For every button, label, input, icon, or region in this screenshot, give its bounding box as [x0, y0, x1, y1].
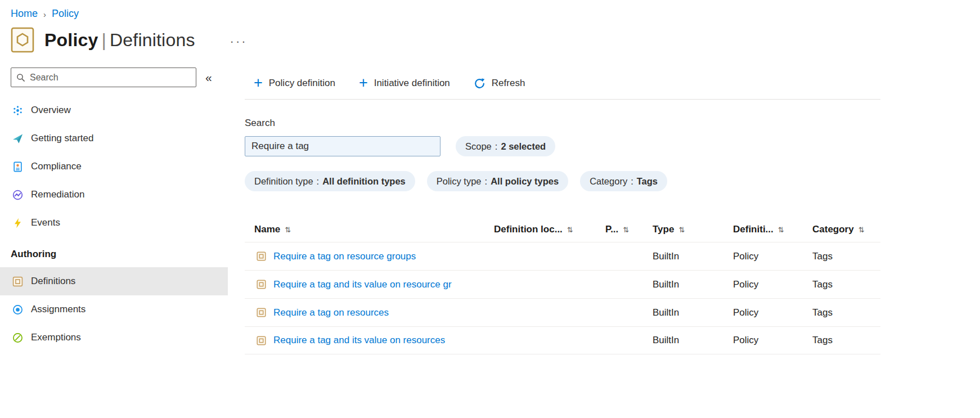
pill-value: 2 selected: [501, 141, 546, 152]
name-cell: Require a tag and its value on resource …: [245, 279, 494, 290]
category-cell: Tags: [812, 279, 880, 290]
chevron-right-icon: ›: [43, 8, 46, 19]
scope-filter-pill[interactable]: Scope : 2 selected: [456, 136, 555, 156]
main-content: + Policy definition + Initiative definit…: [228, 68, 980, 354]
table-row: Require a tag on resource groups BuiltIn…: [245, 242, 880, 270]
category-cell: Tags: [812, 251, 880, 262]
sort-icon: ⇅: [623, 226, 629, 234]
pill-separator: :: [485, 176, 488, 187]
sidebar-item-overview[interactable]: Overview: [0, 96, 228, 124]
pill-value: All definition types: [322, 176, 406, 187]
sidebar-nav: Overview Getting started Compliance Reme…: [0, 96, 228, 352]
page-title-separator: |: [98, 30, 110, 50]
pill-label: Scope: [465, 141, 492, 152]
more-options-icon[interactable]: ···: [230, 35, 248, 44]
policy-definition-icon: [257, 336, 266, 345]
policy-definition-icon: [257, 308, 266, 317]
definition-link[interactable]: Require a tag on resources: [273, 307, 389, 318]
definitions-table: Name ⇅ Definition loc... ⇅ P... ⇅ Type ⇅…: [245, 217, 880, 354]
events-icon: [12, 218, 23, 228]
page-header: Policy|Definitions ···: [0, 20, 980, 53]
initiative-definition-button[interactable]: + Initiative definition: [359, 77, 450, 90]
sidebar-item-assignments[interactable]: Assignments: [0, 295, 228, 323]
type-cell: BuiltIn: [653, 279, 733, 290]
plus-icon: +: [254, 77, 263, 90]
category-cell: Tags: [812, 335, 880, 346]
assignments-icon: [12, 304, 23, 315]
refresh-icon: [474, 78, 485, 89]
column-header-name[interactable]: Name ⇅: [245, 224, 494, 235]
sidebar-item-compliance[interactable]: Compliance: [0, 152, 228, 181]
sidebar-item-label: Exemptions: [31, 332, 81, 343]
sidebar-section-authoring: Authoring: [0, 237, 228, 267]
sidebar-search-box: [11, 68, 196, 87]
definition-search-input[interactable]: [245, 136, 440, 156]
sidebar-item-label: Compliance: [31, 161, 82, 172]
page-title-main: Policy: [44, 30, 98, 50]
type-cell: BuiltIn: [653, 307, 733, 318]
toolbar-button-label: Initiative definition: [374, 78, 450, 89]
column-header-definition-type[interactable]: Definiti... ⇅: [733, 224, 812, 235]
pill-value: All policy types: [491, 176, 559, 187]
column-header-category[interactable]: Category ⇅: [812, 224, 880, 235]
sidebar-search-input[interactable]: [30, 73, 191, 83]
sort-icon: ⇅: [567, 226, 573, 234]
breadcrumb-policy-link[interactable]: Policy: [52, 8, 79, 20]
plus-icon: +: [359, 77, 368, 90]
sidebar-item-events[interactable]: Events: [0, 209, 228, 237]
definition-type-cell: Policy: [733, 251, 812, 262]
category-filter-pill[interactable]: Category : Tags: [580, 171, 667, 191]
definition-type-cell: Policy: [733, 279, 812, 290]
table-row: Require a tag on resources BuiltIn Polic…: [245, 298, 880, 326]
column-label: Definiti...: [733, 224, 774, 235]
policy-service-icon: [11, 27, 34, 53]
column-header-type[interactable]: Type ⇅: [653, 224, 733, 235]
name-cell: Require a tag on resources: [245, 307, 494, 318]
sidebar-item-label: Definitions: [31, 276, 75, 287]
column-label: Definition loc...: [494, 224, 563, 235]
collapse-sidebar-icon[interactable]: «: [205, 71, 212, 84]
sidebar: « Overview Getting started Compliance: [0, 68, 228, 352]
sidebar-item-getting-started[interactable]: Getting started: [0, 124, 228, 152]
sidebar-item-label: Overview: [31, 105, 71, 116]
name-cell: Require a tag on resource groups: [245, 251, 494, 262]
breadcrumb-home-link[interactable]: Home: [11, 8, 38, 20]
toolbar-button-label: Refresh: [492, 78, 525, 89]
sidebar-item-exemptions[interactable]: Exemptions: [0, 323, 228, 352]
search-icon: [16, 73, 25, 82]
definitions-icon: [12, 276, 23, 287]
search-label: Search: [245, 118, 880, 129]
page-title-sub: Definitions: [110, 30, 195, 50]
sort-icon: ⇅: [678, 226, 685, 234]
pill-separator: :: [495, 141, 498, 152]
sort-icon: ⇅: [285, 226, 291, 234]
type-cell: BuiltIn: [653, 251, 733, 262]
sidebar-item-definitions[interactable]: Definitions: [0, 267, 228, 295]
policy-definition-icon: [257, 280, 266, 289]
pill-label: Category: [590, 176, 627, 187]
pill-value: Tags: [637, 176, 658, 187]
column-header-policies[interactable]: P... ⇅: [605, 224, 653, 235]
definition-link[interactable]: Require a tag on resource groups: [273, 251, 416, 262]
policy-definition-button[interactable]: + Policy definition: [254, 77, 335, 90]
definition-link[interactable]: Require a tag and its value on resources: [273, 335, 445, 346]
policy-type-filter-pill[interactable]: Policy type : All policy types: [427, 171, 568, 191]
pill-label: Policy type: [437, 176, 482, 187]
definition-type-cell: Policy: [733, 307, 812, 318]
breadcrumb: Home › Policy: [0, 0, 980, 20]
sidebar-item-label: Events: [31, 217, 60, 228]
type-cell: BuiltIn: [653, 335, 733, 346]
definition-link[interactable]: Require a tag and its value on resource …: [273, 279, 452, 290]
exemptions-icon: [12, 332, 23, 343]
column-header-definition-location[interactable]: Definition loc... ⇅: [494, 224, 605, 235]
getting-started-icon: [12, 133, 23, 144]
toolbar-button-label: Policy definition: [269, 78, 335, 89]
refresh-button[interactable]: Refresh: [474, 78, 525, 89]
sort-icon: ⇅: [858, 226, 865, 234]
table-row: Require a tag and its value on resource …: [245, 270, 880, 298]
table-header: Name ⇅ Definition loc... ⇅ P... ⇅ Type ⇅…: [245, 217, 880, 242]
column-label: Name: [254, 224, 280, 235]
sidebar-item-remediation[interactable]: Remediation: [0, 181, 228, 209]
policy-definition-icon: [257, 251, 266, 261]
definition-type-filter-pill[interactable]: Definition type : All definition types: [245, 171, 415, 191]
